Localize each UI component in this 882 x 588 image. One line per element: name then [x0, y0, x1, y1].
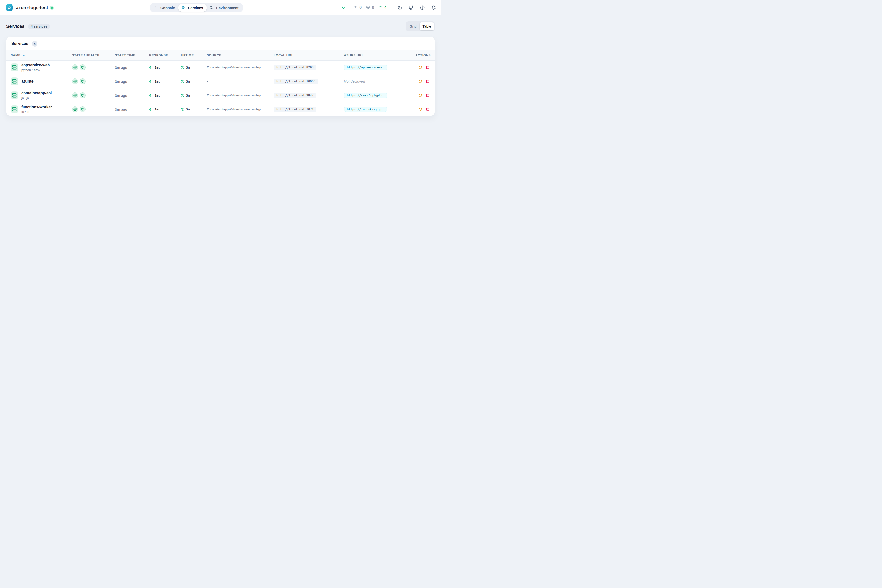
- service-tile: [10, 105, 18, 113]
- actions-cell: [404, 80, 431, 83]
- check-circle-icon: [74, 80, 76, 83]
- azure-url-cell: https://func-k7zjfgp…: [344, 107, 404, 112]
- azure-url-cell: https://appservice-w…: [344, 65, 404, 70]
- stop-button[interactable]: [426, 94, 429, 97]
- azure-url-link[interactable]: https://appservice-w…: [344, 65, 387, 70]
- service-tile: [10, 92, 18, 99]
- local-url-cell: http://localhost:7071: [274, 106, 344, 112]
- counter-value: 0: [359, 5, 362, 10]
- health-badge: [80, 64, 86, 70]
- azure-url-link[interactable]: https://func-k7zjfgp…: [344, 107, 387, 112]
- header-toolbar: 0 0 4: [342, 0, 436, 15]
- service-name: appservice-web: [21, 63, 50, 68]
- help-button[interactable]: [420, 5, 424, 10]
- start-time-cell: 3m ago: [115, 80, 149, 84]
- counter-value: 4: [384, 5, 387, 10]
- column-header-local-url[interactable]: LOCAL URL: [274, 53, 344, 57]
- stop-button[interactable]: [426, 66, 429, 69]
- view-toggle-table[interactable]: Table: [420, 22, 434, 30]
- restart-button[interactable]: [419, 66, 422, 69]
- response-value: 1ms: [154, 94, 160, 97]
- restart-button[interactable]: [419, 80, 422, 83]
- counter-value: 0: [372, 5, 374, 10]
- uptime-cell: 3m: [181, 80, 207, 83]
- refresh-icon: [419, 94, 422, 97]
- local-url-pill[interactable]: http://localhost:7071: [274, 106, 316, 112]
- service-tile: [10, 77, 18, 85]
- app-logo[interactable]: [6, 4, 13, 11]
- column-header-response[interactable]: RESPONSE: [149, 53, 181, 57]
- restart-button[interactable]: [419, 94, 422, 97]
- restart-button[interactable]: [419, 108, 422, 111]
- stop-square-icon: [426, 66, 429, 69]
- view-toggle-grid[interactable]: Grid: [407, 22, 420, 30]
- sliders-icon: [210, 6, 214, 9]
- service-cell: appservice-web python • flask: [10, 63, 72, 72]
- service-name: containerapp-api: [21, 91, 52, 95]
- settings-button[interactable]: [432, 5, 436, 10]
- state-running-badge: [72, 106, 78, 112]
- refresh-icon: [419, 66, 422, 69]
- check-circle-icon: [74, 66, 76, 69]
- local-url-pill[interactable]: http://localhost:8293: [274, 64, 316, 70]
- tab-services[interactable]: Services: [178, 4, 207, 12]
- health-badge: [80, 92, 86, 98]
- service-tile: [10, 63, 18, 71]
- column-header-state[interactable]: STATE / HEALTH: [72, 53, 115, 57]
- response-cell: 1ms: [149, 94, 181, 97]
- page-head: Services 4 services Grid Table: [6, 21, 435, 32]
- tab-environment[interactable]: Environment: [207, 4, 242, 12]
- stop-button[interactable]: [426, 80, 429, 83]
- app-header: azure-logs-test Console Services Environ…: [0, 0, 441, 15]
- table-row: appservice-web python • flask 3m ago 3ms…: [6, 60, 435, 74]
- response-value: 1ms: [154, 108, 160, 111]
- stop-square-icon: [426, 94, 429, 97]
- state-health-cell: [72, 64, 115, 70]
- stop-button[interactable]: [426, 108, 429, 111]
- moon-icon: [398, 5, 402, 10]
- health-badge: [80, 106, 86, 112]
- github-button[interactable]: [409, 5, 413, 10]
- column-header-azure-url[interactable]: AZURE URL: [344, 53, 404, 57]
- state-running-badge: [72, 64, 78, 70]
- column-header-uptime[interactable]: UPTIME: [181, 53, 207, 57]
- health-badge: [80, 78, 86, 84]
- tab-label: Console: [160, 6, 175, 10]
- uptime-value: 3m: [186, 94, 190, 97]
- stop-square-icon: [426, 80, 429, 83]
- local-url-cell: http://localhost:10000: [274, 79, 344, 84]
- table-body: appservice-web python • flask 3m ago 3ms…: [6, 60, 435, 116]
- counter-stopped: 0: [354, 5, 362, 10]
- page-title: Services: [6, 24, 24, 29]
- heart-icon: [81, 66, 84, 69]
- local-url-cell: http://localhost:8293: [274, 64, 344, 70]
- column-header-source[interactable]: SOURCE: [207, 53, 274, 57]
- tab-console[interactable]: Console: [151, 4, 178, 12]
- clock-icon: [181, 108, 184, 111]
- column-header-name[interactable]: NAME: [10, 53, 72, 57]
- actions-cell: [404, 108, 431, 111]
- azure-url-link[interactable]: https://ca-k7zjfgph5…: [344, 93, 387, 98]
- column-header-start-time[interactable]: START TIME: [115, 53, 149, 57]
- theme-toggle-button[interactable]: [398, 5, 402, 10]
- service-subtitle: python • flask: [21, 68, 50, 72]
- tab-label: Services: [188, 6, 203, 10]
- refresh-icon: [419, 108, 422, 111]
- app-name: azure-logs-test: [16, 5, 48, 10]
- clock-icon: [181, 94, 184, 97]
- tab-label: Environment: [216, 6, 238, 10]
- divider: [393, 6, 393, 10]
- card-count-badge: 4: [32, 41, 38, 46]
- github-icon: [409, 5, 413, 10]
- start-time-cell: 3m ago: [115, 65, 149, 70]
- clock-icon: [181, 66, 184, 69]
- divider: [349, 6, 350, 10]
- service-subtitle: js • js: [21, 96, 52, 100]
- local-url-pill[interactable]: http://localhost:10000: [274, 79, 318, 84]
- state-running-badge: [72, 78, 78, 84]
- local-url-pill[interactable]: http://localhost:9847: [274, 93, 316, 98]
- terminal-icon: [154, 6, 158, 9]
- stop-square-icon: [426, 108, 429, 111]
- response-value: 1ms: [154, 80, 160, 83]
- services-card-header: Services 4: [6, 37, 435, 50]
